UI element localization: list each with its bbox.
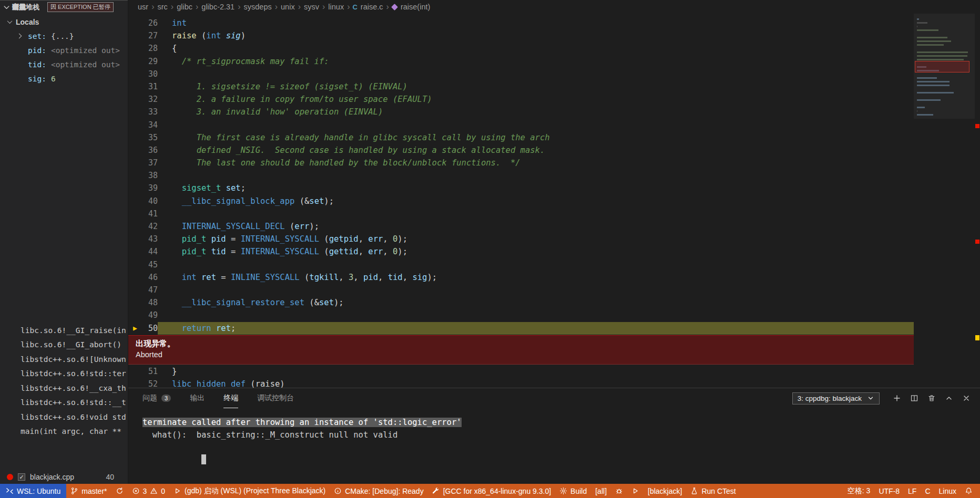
line-number[interactable]: 40 (128, 195, 158, 208)
debug-launch-item[interactable]: (gdb) 启动 (WSL) (Project Three Blackjack) (169, 484, 330, 498)
split-terminal-button[interactable] (910, 394, 918, 402)
breadcrumb-item[interactable]: unix (280, 3, 295, 11)
encoding-item[interactable]: UTF-8 (874, 484, 904, 498)
line-number[interactable]: 28 (128, 42, 158, 55)
code-line[interactable]: 47 (128, 284, 914, 296)
callstack-frame[interactable]: main(int argc, char ** (0, 424, 128, 439)
code-line[interactable]: 51} (128, 365, 914, 378)
line-number[interactable]: 38 (128, 169, 158, 182)
callstack-frame[interactable]: libstdc++.so.6!std::ter (0, 367, 128, 381)
line-number[interactable]: 37 (128, 157, 158, 169)
breadcrumb-item[interactable]: sysdeps (243, 3, 272, 11)
line-number[interactable]: 48 (128, 296, 158, 309)
line-number[interactable]: 33 (128, 106, 158, 118)
ctest-item[interactable]: Run CTest (686, 484, 740, 498)
code-line[interactable]: 52libc_hidden_def (raise) (128, 378, 914, 388)
code-line[interactable]: 26int (128, 17, 914, 29)
line-number[interactable]: 43 (128, 233, 158, 245)
code-line[interactable]: 44 pid_t tid = INTERNAL_SYSCALL (gettid,… (128, 245, 914, 258)
code-line[interactable]: 30 (128, 68, 914, 80)
kill-terminal-button[interactable] (927, 394, 936, 402)
build-target-item[interactable]: [all] (591, 484, 611, 498)
variable-row[interactable]: sig:6 (0, 71, 128, 86)
line-number[interactable]: 26 (128, 17, 158, 29)
variable-row[interactable]: tid:<optimized out> (0, 57, 128, 71)
code-line[interactable]: 50 return ret; (128, 322, 914, 335)
breakpoints-section-header[interactable]: 断点 (0, 0, 128, 14)
notifications-button[interactable] (961, 484, 977, 498)
code-line[interactable]: 41 (128, 208, 914, 220)
line-number[interactable]: 29 (128, 55, 158, 68)
line-number[interactable]: 27 (128, 29, 158, 42)
breadcrumb-item[interactable]: linux (328, 3, 344, 11)
callstack-frame[interactable]: libstdc++.so.6![Unknown (0, 352, 128, 367)
line-number[interactable]: 42 (128, 220, 158, 233)
indentation-item[interactable]: 空格: 3 (843, 484, 875, 498)
callstack-frame[interactable]: libstdc++.so.6!void std (0, 410, 128, 424)
line-number[interactable]: 52 (128, 378, 158, 388)
code-line[interactable]: 37 The last one should be handled by the… (128, 157, 914, 169)
tab-output[interactable]: 输出 (190, 388, 205, 408)
breadcrumb-symbol[interactable]: raise(int) (400, 3, 431, 11)
tab-terminal[interactable]: 终端 (223, 388, 238, 408)
line-number[interactable]: 35 (128, 131, 158, 144)
problems-item[interactable]: 3 0 (128, 484, 170, 498)
line-number[interactable]: 30 (128, 68, 158, 80)
sync-button[interactable] (111, 484, 128, 498)
cmake-kit-item[interactable]: [GCC for x86_64-linux-gnu 9.3.0] (428, 484, 555, 498)
code-line[interactable]: 31 1. sigsetsize != sizeof (sigset_t) (E… (128, 80, 914, 93)
line-number[interactable]: 39 (128, 182, 158, 194)
code-line[interactable]: 39 sigset_t set; (128, 182, 914, 194)
code-line[interactable]: 29 /* rt_sigprocmask may fail if: (128, 55, 914, 68)
code-line[interactable]: 49 (128, 309, 914, 321)
line-number[interactable]: 36 (128, 144, 158, 157)
line-number[interactable]: 31 (128, 80, 158, 93)
terminal-selector-dropdown[interactable]: 3: cppdbg: blackjack (792, 392, 880, 404)
code-line[interactable]: 42 INTERNAL_SYSCALL_DECL (err); (128, 220, 914, 233)
close-panel-button[interactable] (962, 394, 971, 402)
line-number[interactable]: 49 (128, 309, 158, 321)
line-number[interactable]: 46 (128, 271, 158, 284)
language-mode-item[interactable]: C (921, 484, 934, 498)
os-item[interactable]: Linux (935, 484, 961, 498)
overview-ruler[interactable] (975, 14, 980, 388)
code-line[interactable]: 27raise (int sig) (128, 29, 914, 42)
debug-target-button[interactable] (611, 484, 627, 498)
breadcrumb-item[interactable]: glibc-2.31 (201, 3, 235, 11)
code-editor[interactable]: 26int27raise (int sig)28{29 /* rt_sigpro… (128, 14, 980, 388)
code-line[interactable]: 48 __libc_signal_restore_set (&set); (128, 296, 914, 309)
breakpoint-row[interactable]: blackjack.cpp 40 (0, 471, 128, 483)
tab-problems[interactable]: 问题 3 (142, 388, 171, 408)
new-terminal-button[interactable] (893, 394, 901, 402)
scope-row-locals[interactable]: Locals (0, 15, 128, 29)
breadcrumb-item[interactable]: src (157, 3, 168, 11)
code-line[interactable]: 46 int ret = INLINE_SYSCALL (tgkill, 3, … (128, 271, 914, 284)
maximize-panel-button[interactable] (945, 394, 953, 402)
line-number[interactable]: 45 (128, 258, 158, 271)
callstack-frame[interactable]: libc.so.6!__GI_abort() (0, 338, 128, 352)
git-branch-item[interactable]: master* (66, 484, 111, 498)
variable-row[interactable]: set:{...} (0, 29, 128, 43)
tab-debug-console[interactable]: 调试控制台 (257, 388, 294, 408)
line-number[interactable]: 41 (128, 208, 158, 220)
cmake-status-item[interactable]: CMake: [Debug]: Ready (330, 484, 427, 498)
eol-item[interactable]: LF (904, 484, 921, 498)
code-line[interactable]: 35 The first case is already handle in g… (128, 131, 914, 144)
cmake-build-button[interactable]: Build (555, 484, 591, 498)
breadcrumb-file[interactable]: raise.c (360, 3, 384, 11)
launch-target-item[interactable]: [blackjack] (644, 484, 686, 498)
callstack-frame[interactable]: libc.so.6!__GI_raise(in (0, 323, 128, 338)
line-number[interactable]: 44 (128, 245, 158, 258)
code-line[interactable]: 28{ (128, 42, 914, 55)
line-number[interactable]: 51 (128, 365, 158, 378)
remote-indicator[interactable]: WSL: Ubuntu (0, 484, 66, 498)
variable-row[interactable]: pid:<optimized out> (0, 43, 128, 57)
breadcrumb-item[interactable]: sysv (303, 3, 320, 11)
line-number[interactable]: 34 (128, 119, 158, 131)
callstack-frame[interactable]: libstdc++.so.6!__cxa_th (0, 381, 128, 396)
minimap[interactable] (914, 14, 975, 388)
code-line[interactable]: 45 (128, 258, 914, 271)
code-line[interactable]: 43 pid_t pid = INTERNAL_SYSCALL (getpid,… (128, 233, 914, 245)
code-line[interactable]: 33 3. an invalid 'how' operation (EINVAL… (128, 106, 914, 118)
code-line[interactable]: 36 defined _NSIG. Second case is handled… (128, 144, 914, 157)
